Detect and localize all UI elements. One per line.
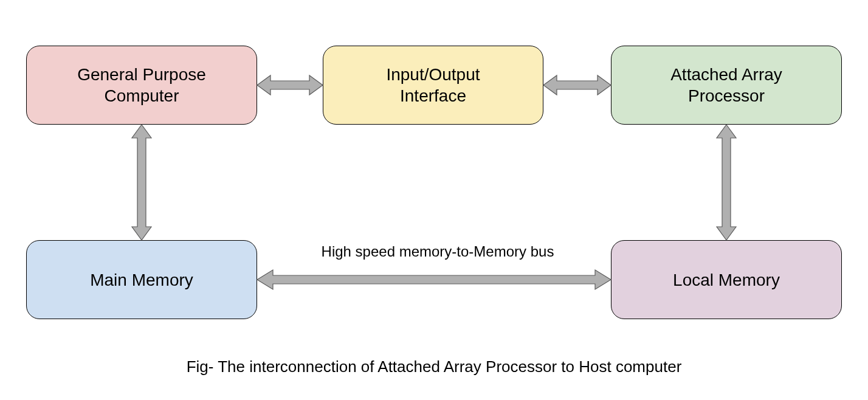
svg-marker-3 <box>717 125 736 240</box>
arrow-aap-local <box>715 125 737 240</box>
svg-marker-2 <box>132 125 151 240</box>
arrow-gpc-main <box>131 125 153 240</box>
node-io-interface: Input/Output Interface <box>323 46 543 125</box>
svg-marker-4 <box>257 270 611 289</box>
node-general-purpose-computer: General Purpose Computer <box>26 46 257 125</box>
svg-marker-0 <box>257 75 323 95</box>
arrow-io-aap <box>543 74 611 96</box>
node-label: Attached Array Processor <box>670 64 782 106</box>
svg-marker-1 <box>543 75 611 95</box>
node-label: General Purpose Computer <box>77 64 206 106</box>
node-label: Input/Output Interface <box>386 64 480 106</box>
node-local-memory: Local Memory <box>611 240 842 319</box>
bus-label: High speed memory-to-Memory bus <box>316 243 559 260</box>
arrow-memory-bus <box>257 269 611 291</box>
arrow-gpc-io <box>257 74 323 96</box>
node-label: Main Memory <box>90 269 193 291</box>
node-attached-array-processor: Attached Array Processor <box>611 46 842 125</box>
figure-caption: Fig- The interconnection of Attached Arr… <box>0 357 868 376</box>
node-label: Local Memory <box>673 269 780 291</box>
node-main-memory: Main Memory <box>26 240 257 319</box>
